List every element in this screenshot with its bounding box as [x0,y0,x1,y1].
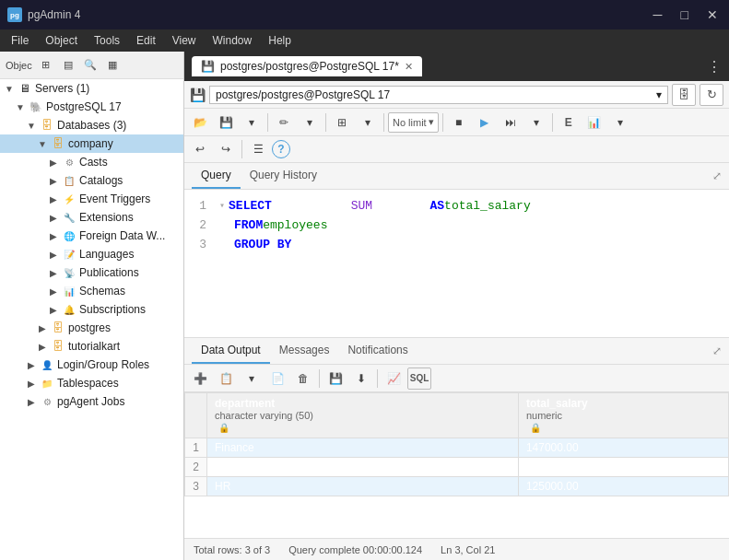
maximize-button[interactable]: □ [677,7,692,22]
editor-toolbar-row2: ↩ ↪ ☰ ? [184,136,729,163]
data-chart-button[interactable]: 📈 [382,368,406,390]
explain-button[interactable]: E [557,111,581,134]
publications-icon: 📡 [62,265,76,280]
tree-arrow-databases: ▼ [26,121,37,131]
tree-item-tutorialkart[interactable]: ▶ 🗄 tutorialkart [0,337,183,356]
help-button[interactable]: ? [272,140,290,158]
data-copy-button[interactable]: 📋 [214,368,238,390]
sidebar-btn-table[interactable]: ⊞ [36,55,56,76]
tree-item-casts[interactable]: ▶ ⚙ Casts [0,153,183,171]
titlebar: pg pgAdmin 4 ─ □ ✕ [0,0,729,29]
code-editor[interactable]: 1 2 3 ▾ SELECT department, SUM (salary) … [184,190,729,337]
sidebar-label: Objec [4,60,34,71]
menu-object[interactable]: Object [38,32,85,49]
stop-button[interactable]: ■ [447,111,471,134]
macros-button[interactable]: ☰ [246,138,270,160]
data-delete-button[interactable]: 🗑 [291,368,315,390]
expand-editor-icon[interactable]: ⤢ [712,169,722,182]
open-file-button[interactable]: 📂 [188,111,212,134]
menu-view[interactable]: View [165,32,204,49]
tree-item-eventtriggers[interactable]: ▶ ⚡ Event Triggers [0,190,183,208]
save-button[interactable]: 💾 [214,111,238,134]
tree-item-extensions[interactable]: ▶ 🔧 Extensions [0,208,183,227]
tree-item-postgres-db[interactable]: ▶ 🗄 postgres [0,319,183,337]
company-icon: 🗄 [51,136,65,151]
run-step-button[interactable]: ⏭ [499,111,523,134]
status-query-time: Query complete 00:00:00.124 [288,544,422,555]
tree-item-tablespaces[interactable]: ▶ 📁 Tablespaces [0,374,183,392]
code-content[interactable]: ▾ SELECT department, SUM (salary) AS tot… [212,197,729,330]
tree-item-publications[interactable]: ▶ 📡 Publications [0,263,183,282]
close-button[interactable]: ✕ [703,7,722,22]
data-copy-dropdown-button[interactable]: ▾ [240,368,264,390]
row-3-salary[interactable]: 125000.00 [518,477,728,496]
tab-query[interactable]: 💾 postgres/postgres@PostgreSQL 17* ✕ [192,56,422,76]
run-dropdown-button[interactable]: ▾ [524,111,548,134]
tree-item-logingroup[interactable]: ▶ 👤 Login/Group Roles [0,356,183,374]
tutorialkart-icon: 🗄 [51,339,65,354]
tablespaces-icon: 📁 [40,376,54,391]
filter-dropdown-button[interactable]: ▾ [356,111,380,134]
rollback-button[interactable]: ↪ [214,138,238,160]
edit-dropdown-button[interactable]: ▾ [298,111,322,134]
tree-arrow-eventtriggers: ▶ [48,194,59,204]
edit-button[interactable]: ✏ [272,111,296,134]
tree-item-catalogs[interactable]: ▶ 📋 Catalogs [0,171,183,190]
row-1-salary[interactable]: 147000.00 [518,438,728,458]
tab-data-output[interactable]: Data Output [192,338,270,364]
menu-help[interactable]: Help [261,32,299,49]
row-2-salary[interactable]: 235000.00 [518,458,728,477]
save-dropdown-button[interactable]: ▾ [240,111,264,134]
sidebar-btn-sql[interactable]: ▤ [58,55,78,76]
tab-close-button[interactable]: ✕ [405,61,413,73]
fn-sum: SUM [351,197,372,216]
row-3-department[interactable]: HR [207,477,519,496]
tree-item-databases[interactable]: ▼ 🗄 Databases (3) [0,116,183,134]
data-add-button[interactable]: ➕ [188,368,212,390]
row-1-department[interactable]: Finance [207,438,519,458]
servers-label: Servers (1) [35,82,89,95]
commit-button[interactable]: ↩ [188,138,212,160]
main-layout: Objec ⊞ ▤ 🔍 ▦ ▼ 🖥 Servers (1) ▼ 🐘 Postgr… [0,52,729,560]
sidebar-btn-terminal[interactable]: ▦ [102,55,123,76]
tree-item-pgagent[interactable]: ▶ ⚙ pgAgent Jobs [0,392,183,411]
data-paste-button[interactable]: 📄 [265,368,289,390]
expand-data-icon[interactable]: ⤢ [712,344,722,357]
tab-notifications[interactable]: Notifications [338,338,417,364]
toolbar-more-button[interactable]: ▾ [608,111,632,134]
tabbar-more-button[interactable]: ⋮ [707,58,722,76]
connection-selector[interactable]: postgres/postgres@PostgreSQL 17 ▾ [209,86,668,104]
tab-query-history[interactable]: Query History [241,163,326,189]
tab-query-tab[interactable]: Query [192,163,241,189]
data-sql-button[interactable]: SQL [407,368,431,390]
tree-item-foreigndata[interactable]: ▶ 🌐 Foreign Data W... [0,227,183,245]
tree-item-pg17[interactable]: ▼ 🐘 PostgreSQL 17 [0,98,183,116]
data-save-button[interactable]: 💾 [323,368,347,390]
tree-item-company[interactable]: ▼ 🗄 company [0,134,183,153]
object-tree: ▼ 🖥 Servers (1) ▼ 🐘 PostgreSQL 17 ▼ 🗄 Da… [0,79,183,560]
titlebar-left: pg pgAdmin 4 [7,7,80,22]
tree-arrow-postgres-db: ▶ [37,323,48,333]
tab-messages[interactable]: Messages [270,338,339,364]
tree-item-languages[interactable]: ▶ 📝 Languages [0,245,183,263]
tree-item-schemas[interactable]: ▶ 📊 Schemas [0,282,183,300]
menu-tools[interactable]: Tools [87,32,127,49]
menu-file[interactable]: File [4,32,36,49]
analyze-button[interactable]: 📊 [582,111,606,134]
foreigndata-label: Foreign Data W... [79,229,165,242]
bottom-panel: Data Output Messages Notifications ⤢ ➕ 📋… [184,337,729,538]
tree-item-servers[interactable]: ▼ 🖥 Servers (1) [0,79,183,98]
row-2-department[interactable]: IT [207,458,519,477]
data-download-button[interactable]: ⬇ [349,368,373,390]
tree-item-subscriptions[interactable]: ▶ 🔔 Subscriptions [0,300,183,319]
connection-refresh-button[interactable]: ↻ [700,84,723,106]
sidebar-btn-search[interactable]: 🔍 [80,55,100,76]
menu-edit[interactable]: Edit [129,32,163,49]
schemas-icon: 📊 [62,284,76,298]
filter-button[interactable]: ⊞ [330,111,354,134]
run-button[interactable]: ▶ [473,111,497,134]
connection-db-button[interactable]: 🗄 [672,84,696,106]
limit-selector[interactable]: No limit ▾ [388,112,439,133]
menu-window[interactable]: Window [206,32,260,49]
minimize-button[interactable]: ─ [650,7,666,22]
